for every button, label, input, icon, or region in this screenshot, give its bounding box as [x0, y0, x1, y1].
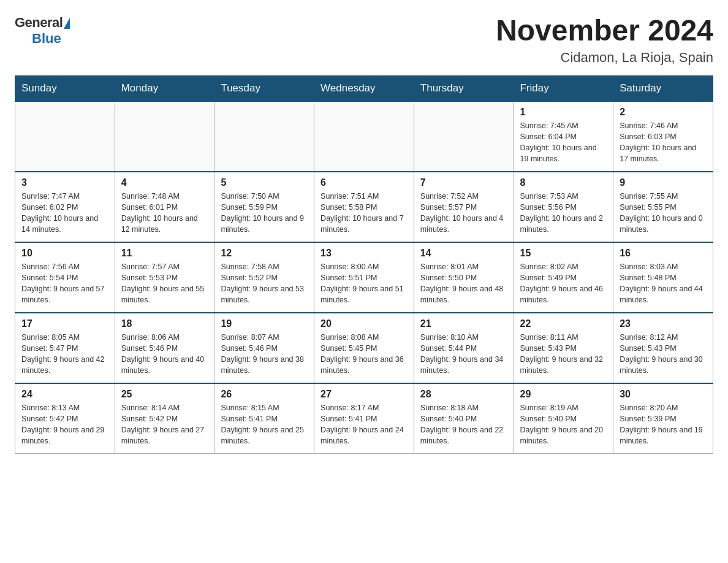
week-row-5: 24Sunrise: 8:13 AMSunset: 5:42 PMDayligh… — [15, 383, 713, 454]
logo-text-general: General — [15, 15, 63, 31]
calendar-cell: 20Sunrise: 8:08 AMSunset: 5:45 PMDayligh… — [314, 313, 414, 383]
page-header: General Blue November 2024 Cidamon, La R… — [15, 15, 713, 66]
day-number: 24 — [21, 389, 108, 400]
day-info: Sunrise: 8:08 AMSunset: 5:45 PMDaylight:… — [320, 332, 408, 377]
day-number: 13 — [320, 248, 408, 259]
calendar-cell: 29Sunrise: 8:19 AMSunset: 5:40 PMDayligh… — [514, 383, 613, 454]
calendar-cell: 23Sunrise: 8:12 AMSunset: 5:43 PMDayligh… — [613, 313, 713, 383]
day-info: Sunrise: 7:46 AMSunset: 6:03 PMDaylight:… — [620, 120, 707, 165]
calendar-cell: 7Sunrise: 7:52 AMSunset: 5:57 PMDaylight… — [414, 172, 514, 242]
calendar-cell: 16Sunrise: 8:03 AMSunset: 5:48 PMDayligh… — [613, 242, 713, 313]
day-number: 30 — [620, 389, 707, 400]
logo: General Blue — [15, 15, 70, 47]
calendar-cell: 2Sunrise: 7:46 AMSunset: 6:03 PMDaylight… — [613, 101, 713, 172]
logo-text-blue: Blue — [32, 31, 61, 47]
calendar-cell — [115, 101, 214, 172]
day-info: Sunrise: 8:02 AMSunset: 5:49 PMDaylight:… — [520, 261, 607, 306]
day-info: Sunrise: 8:12 AMSunset: 5:43 PMDaylight:… — [620, 332, 707, 377]
calendar-cell: 25Sunrise: 8:14 AMSunset: 5:42 PMDayligh… — [115, 383, 214, 454]
day-info: Sunrise: 8:07 AMSunset: 5:46 PMDaylight:… — [221, 332, 308, 377]
day-number: 22 — [520, 318, 607, 329]
calendar-cell — [15, 101, 115, 172]
day-info: Sunrise: 7:45 AMSunset: 6:04 PMDaylight:… — [520, 120, 607, 165]
calendar-table: SundayMondayTuesdayWednesdayThursdayFrid… — [15, 75, 713, 454]
calendar-cell — [314, 101, 414, 172]
column-header-thursday: Thursday — [414, 75, 514, 101]
day-number: 20 — [320, 318, 408, 329]
column-header-saturday: Saturday — [613, 75, 713, 101]
day-info: Sunrise: 7:53 AMSunset: 5:56 PMDaylight:… — [520, 191, 607, 236]
column-header-sunday: Sunday — [15, 75, 115, 101]
calendar-cell: 27Sunrise: 8:17 AMSunset: 5:41 PMDayligh… — [314, 383, 414, 454]
column-header-friday: Friday — [514, 75, 613, 101]
day-info: Sunrise: 7:57 AMSunset: 5:53 PMDaylight:… — [121, 261, 208, 306]
day-number: 23 — [620, 318, 707, 329]
day-number: 29 — [520, 389, 607, 400]
day-info: Sunrise: 7:55 AMSunset: 5:55 PMDaylight:… — [620, 191, 707, 236]
calendar-cell: 19Sunrise: 8:07 AMSunset: 5:46 PMDayligh… — [214, 313, 314, 383]
day-info: Sunrise: 8:13 AMSunset: 5:42 PMDaylight:… — [21, 402, 108, 447]
day-number: 6 — [320, 177, 408, 188]
day-info: Sunrise: 7:47 AMSunset: 6:02 PMDaylight:… — [21, 191, 108, 236]
calendar-header-row: SundayMondayTuesdayWednesdayThursdayFrid… — [15, 75, 713, 101]
calendar-cell: 11Sunrise: 7:57 AMSunset: 5:53 PMDayligh… — [115, 242, 214, 313]
day-number: 17 — [21, 318, 108, 329]
day-info: Sunrise: 8:14 AMSunset: 5:42 PMDaylight:… — [121, 402, 208, 447]
calendar-cell: 22Sunrise: 8:11 AMSunset: 5:43 PMDayligh… — [514, 313, 613, 383]
week-row-1: 1Sunrise: 7:45 AMSunset: 6:04 PMDaylight… — [15, 101, 713, 172]
day-number: 2 — [620, 107, 707, 118]
day-info: Sunrise: 8:20 AMSunset: 5:39 PMDaylight:… — [620, 402, 707, 447]
day-number: 26 — [221, 389, 308, 400]
column-header-monday: Monday — [115, 75, 214, 101]
calendar-cell — [414, 101, 514, 172]
day-number: 18 — [121, 318, 208, 329]
calendar-cell: 6Sunrise: 7:51 AMSunset: 5:58 PMDaylight… — [314, 172, 414, 242]
day-number: 1 — [520, 107, 607, 118]
column-header-tuesday: Tuesday — [214, 75, 314, 101]
day-info: Sunrise: 7:48 AMSunset: 6:01 PMDaylight:… — [121, 191, 208, 236]
calendar-cell: 14Sunrise: 8:01 AMSunset: 5:50 PMDayligh… — [414, 242, 514, 313]
day-number: 16 — [620, 248, 707, 259]
calendar-title: November 2024 — [496, 15, 713, 47]
calendar-cell: 30Sunrise: 8:20 AMSunset: 5:39 PMDayligh… — [613, 383, 713, 454]
day-info: Sunrise: 7:50 AMSunset: 5:59 PMDaylight:… — [221, 191, 308, 236]
day-info: Sunrise: 7:56 AMSunset: 5:54 PMDaylight:… — [21, 261, 108, 306]
day-number: 21 — [420, 318, 507, 329]
column-header-wednesday: Wednesday — [314, 75, 414, 101]
calendar-cell: 28Sunrise: 8:18 AMSunset: 5:40 PMDayligh… — [414, 383, 514, 454]
day-number: 7 — [420, 177, 507, 188]
calendar-cell: 21Sunrise: 8:10 AMSunset: 5:44 PMDayligh… — [414, 313, 514, 383]
day-number: 25 — [121, 389, 208, 400]
day-number: 10 — [21, 248, 108, 259]
day-number: 11 — [121, 248, 208, 259]
day-number: 12 — [221, 248, 308, 259]
calendar-cell: 5Sunrise: 7:50 AMSunset: 5:59 PMDaylight… — [214, 172, 314, 242]
calendar-cell: 12Sunrise: 7:58 AMSunset: 5:52 PMDayligh… — [214, 242, 314, 313]
day-number: 4 — [121, 177, 208, 188]
day-number: 5 — [221, 177, 308, 188]
day-info: Sunrise: 8:11 AMSunset: 5:43 PMDaylight:… — [520, 332, 607, 377]
day-info: Sunrise: 8:01 AMSunset: 5:50 PMDaylight:… — [420, 261, 507, 306]
calendar-subtitle: Cidamon, La Rioja, Spain — [496, 50, 713, 66]
calendar-cell: 17Sunrise: 8:05 AMSunset: 5:47 PMDayligh… — [15, 313, 115, 383]
day-number: 14 — [420, 248, 507, 259]
calendar-cell: 26Sunrise: 8:15 AMSunset: 5:41 PMDayligh… — [214, 383, 314, 454]
calendar-cell: 18Sunrise: 8:06 AMSunset: 5:46 PMDayligh… — [115, 313, 214, 383]
day-number: 27 — [320, 389, 408, 400]
day-number: 19 — [221, 318, 308, 329]
day-number: 28 — [420, 389, 507, 400]
day-number: 3 — [21, 177, 108, 188]
calendar-cell: 3Sunrise: 7:47 AMSunset: 6:02 PMDaylight… — [15, 172, 115, 242]
day-info: Sunrise: 8:03 AMSunset: 5:48 PMDaylight:… — [620, 261, 707, 306]
day-number: 15 — [520, 248, 607, 259]
calendar-cell: 4Sunrise: 7:48 AMSunset: 6:01 PMDaylight… — [115, 172, 214, 242]
day-info: Sunrise: 8:10 AMSunset: 5:44 PMDaylight:… — [420, 332, 507, 377]
calendar-cell: 24Sunrise: 8:13 AMSunset: 5:42 PMDayligh… — [15, 383, 115, 454]
day-number: 8 — [520, 177, 607, 188]
day-info: Sunrise: 8:06 AMSunset: 5:46 PMDaylight:… — [121, 332, 208, 377]
day-info: Sunrise: 7:58 AMSunset: 5:52 PMDaylight:… — [221, 261, 308, 306]
calendar-cell: 13Sunrise: 8:00 AMSunset: 5:51 PMDayligh… — [314, 242, 414, 313]
day-info: Sunrise: 8:19 AMSunset: 5:40 PMDaylight:… — [520, 402, 607, 447]
week-row-2: 3Sunrise: 7:47 AMSunset: 6:02 PMDaylight… — [15, 172, 713, 242]
week-row-4: 17Sunrise: 8:05 AMSunset: 5:47 PMDayligh… — [15, 313, 713, 383]
